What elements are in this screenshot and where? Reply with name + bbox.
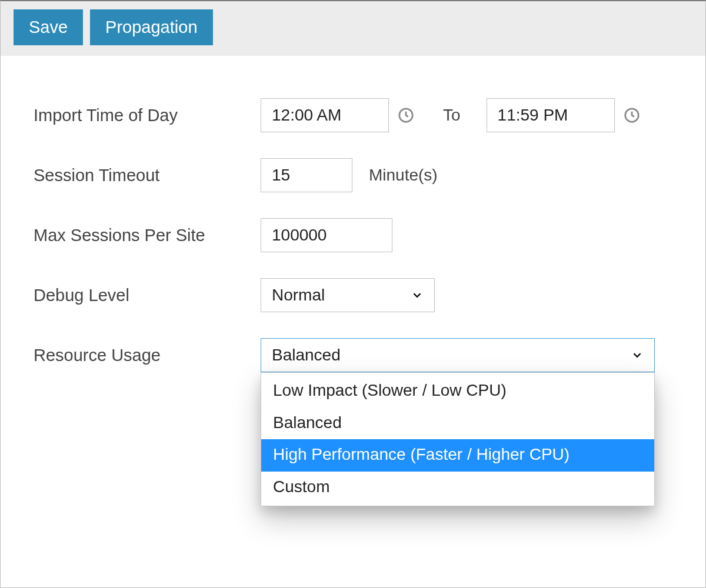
resource-usage-option[interactable]: Balanced bbox=[261, 407, 654, 440]
label-import-time: Import Time of Day bbox=[34, 106, 261, 125]
row-max-sessions: Max Sessions Per Site bbox=[34, 218, 676, 252]
row-session-timeout: Session Timeout Minute(s) bbox=[34, 158, 676, 192]
label-max-sessions: Max Sessions Per Site bbox=[34, 226, 261, 245]
label-resource-usage: Resource Usage bbox=[34, 346, 261, 365]
max-sessions-input[interactable] bbox=[261, 218, 392, 252]
propagation-button[interactable]: Propagation bbox=[90, 9, 212, 45]
debug-level-value: Normal bbox=[272, 286, 325, 305]
chevron-down-icon bbox=[411, 289, 424, 302]
label-debug-level: Debug Level bbox=[34, 286, 261, 305]
import-time-to-input[interactable] bbox=[487, 98, 615, 132]
row-debug-level: Debug Level Normal bbox=[34, 278, 676, 312]
row-import-time: Import Time of Day To bbox=[34, 98, 676, 132]
clock-icon[interactable] bbox=[397, 106, 415, 124]
toolbar: Save Propagation bbox=[1, 1, 705, 56]
settings-panel: Save Propagation Import Time of Day To bbox=[0, 0, 706, 588]
debug-level-select[interactable]: Normal bbox=[261, 278, 435, 312]
resource-usage-option[interactable]: High Performance (Faster / Higher CPU) bbox=[261, 439, 654, 472]
resource-usage-dropdown: Low Impact (Slower / Low CPU)BalancedHig… bbox=[261, 372, 655, 506]
resource-usage-value: Balanced bbox=[272, 346, 341, 365]
session-timeout-input[interactable] bbox=[261, 158, 352, 192]
resource-usage-option[interactable]: Custom bbox=[261, 472, 654, 504]
form-content: Import Time of Day To Session Ti bbox=[1, 56, 705, 372]
import-time-from-input[interactable] bbox=[261, 98, 389, 132]
to-label: To bbox=[443, 106, 461, 125]
save-button[interactable]: Save bbox=[14, 9, 83, 45]
session-timeout-unit: Minute(s) bbox=[369, 166, 438, 185]
clock-icon[interactable] bbox=[623, 106, 641, 124]
row-resource-usage: Resource Usage Balanced Low Impact (Slow… bbox=[34, 338, 676, 372]
chevron-down-icon bbox=[631, 349, 644, 362]
resource-usage-select[interactable]: Balanced bbox=[261, 338, 655, 372]
label-session-timeout: Session Timeout bbox=[34, 166, 261, 185]
resource-usage-option[interactable]: Low Impact (Slower / Low CPU) bbox=[261, 375, 654, 407]
